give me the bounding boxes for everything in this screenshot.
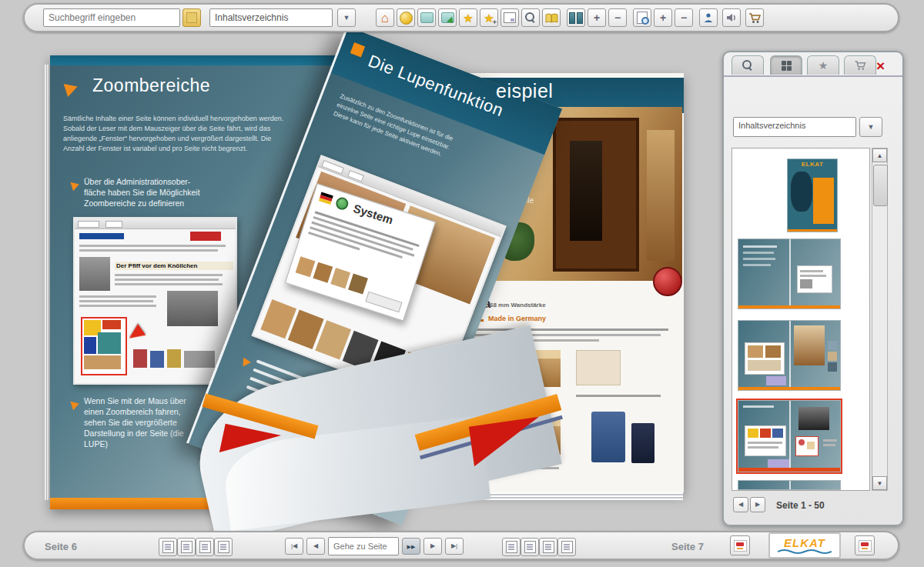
news-photo	[167, 291, 218, 326]
scrollbar-thumb[interactable]	[873, 165, 888, 206]
thumbnail-spread-6-7-selected[interactable]	[736, 399, 842, 474]
zoom-in-button[interactable]: +	[588, 8, 606, 27]
page-icon	[181, 541, 192, 553]
magnify-out-button[interactable]: −	[675, 8, 693, 27]
speaker-icon	[726, 12, 737, 23]
swatch	[828, 341, 837, 350]
mini-photo	[798, 407, 829, 430]
first-page-button[interactable]: |◀	[285, 538, 303, 555]
green-arrow-icon	[446, 16, 455, 25]
bullet-line: Darstellung in der Seite (die	[84, 428, 186, 439]
previous-page-button[interactable]: ◀	[306, 538, 325, 555]
zoom-out-button[interactable]: −	[608, 8, 627, 27]
tab-favorites[interactable]: ★	[807, 55, 839, 75]
publisher-logo[interactable]: ELKAT	[768, 532, 841, 559]
spread-view-button[interactable]	[567, 8, 585, 27]
search-button[interactable]	[182, 8, 201, 27]
mosaic	[84, 355, 121, 369]
popup-thumb	[348, 274, 368, 295]
minus-icon: −	[614, 12, 621, 23]
sidebar-close-button[interactable]: ×	[876, 58, 885, 73]
notes-button[interactable]	[500, 8, 519, 27]
user-button[interactable]	[699, 8, 718, 27]
accessory-thumb	[576, 350, 621, 385]
tab-thumbnails[interactable]	[770, 55, 802, 75]
home-button[interactable]: ⌂	[376, 8, 394, 27]
magnify-in-button[interactable]: +	[654, 8, 672, 27]
goto-page-button[interactable]: ▶▶	[402, 538, 420, 555]
heater-thumb	[591, 412, 625, 462]
page-zoom-button[interactable]	[633, 8, 651, 27]
sauna-door-glass	[570, 141, 602, 241]
toc-dropdown[interactable]: Inhaltsverzeichnis	[209, 8, 333, 27]
zoom-tool-button[interactable]	[521, 8, 540, 27]
info-button[interactable]	[397, 8, 415, 27]
fullscreen-button[interactable]	[417, 8, 436, 27]
cover-strip	[788, 229, 837, 232]
next-page-button[interactable]: ▶	[424, 538, 442, 555]
cart-icon	[748, 12, 761, 24]
print-left-page-button[interactable]	[159, 538, 177, 556]
text-line	[748, 442, 782, 444]
scroll-down-button[interactable]: ▼	[872, 476, 887, 490]
text-line	[79, 300, 153, 302]
mini-red-box	[795, 436, 819, 456]
catalog-icon-button-2[interactable]	[855, 535, 875, 555]
page-icon	[506, 541, 517, 553]
presentation-button[interactable]	[438, 8, 457, 27]
last-page-button[interactable]: ▶|	[445, 538, 464, 555]
sidebar-toc-dropdown[interactable]: Inhaltsverzeichnis	[733, 117, 856, 137]
bullet-line: fläche haben Sie die Möglichkeit	[84, 187, 200, 198]
news-photo	[79, 257, 110, 291]
promo-badge	[653, 267, 682, 296]
add-favorite-button[interactable]: ★+	[480, 8, 498, 27]
thumbnail-spread-4-5[interactable]	[738, 320, 841, 391]
mini-photo	[794, 325, 825, 365]
catalog-icon-button-1[interactable]	[730, 535, 750, 555]
email-left-page-button[interactable]	[196, 538, 214, 556]
mini-browser-bar	[75, 218, 236, 229]
goto-page-input[interactable]	[328, 537, 399, 555]
thumbs-next-button[interactable]: ▶	[750, 497, 765, 512]
scroll-up-button[interactable]: ▲	[872, 148, 887, 162]
masthead-red-box	[190, 232, 221, 241]
logo-wave-icon	[778, 549, 832, 555]
favorites-button[interactable]: ★	[459, 8, 477, 27]
help-button[interactable]	[542, 8, 561, 27]
go-icon: ▶▶	[407, 544, 416, 549]
mini-photo	[748, 360, 781, 371]
mini-box	[766, 376, 786, 385]
small-photo	[184, 351, 215, 368]
tab-cart[interactable]	[844, 55, 876, 75]
audio-button[interactable]	[722, 8, 741, 27]
mini-photo	[760, 429, 771, 438]
heater-thumb	[631, 423, 654, 463]
print-right-page-button[interactable]	[502, 538, 521, 556]
book-icon	[545, 12, 558, 24]
search-input[interactable]	[43, 8, 180, 27]
bookmark-left-page-button[interactable]	[214, 538, 233, 556]
text-line	[743, 252, 774, 254]
mini-screenshot	[745, 342, 785, 375]
thumbs-prev-button[interactable]: ◀	[733, 497, 748, 512]
cover-photo	[791, 172, 812, 212]
dot	[798, 439, 805, 445]
sidebar-toc-go-button[interactable]: ▼	[859, 117, 882, 137]
plus-icon: +	[594, 12, 600, 23]
text-line	[115, 283, 223, 285]
save-right-page-button[interactable]	[521, 538, 539, 556]
mini-photo	[800, 279, 812, 289]
email-right-page-button[interactable]	[539, 538, 557, 556]
thumbnail-cover[interactable]: ELKAT	[787, 158, 838, 232]
zoom-region-box	[81, 317, 127, 375]
bookmark-right-page-button[interactable]	[557, 538, 576, 556]
save-left-page-button[interactable]	[177, 538, 196, 556]
thumbnail-spread-8-9-partial[interactable]	[738, 480, 841, 490]
thumbnail-spread-2-3[interactable]	[738, 238, 841, 309]
left-icon: ◀	[738, 502, 743, 508]
tab-search[interactable]	[732, 55, 764, 75]
cart-button[interactable]	[745, 8, 764, 27]
toc-go-button[interactable]: ▼	[337, 8, 356, 27]
application-window: Zoombereiche Sämtliche Inhalte einer Sei…	[0, 0, 924, 567]
text-line	[743, 245, 777, 248]
